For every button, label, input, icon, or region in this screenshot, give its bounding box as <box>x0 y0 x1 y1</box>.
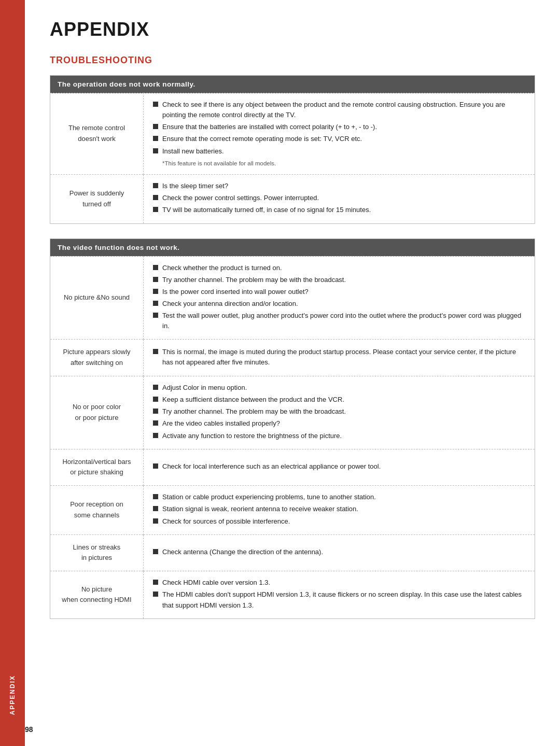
bullet-item: Activate any function to restore the bri… <box>153 431 525 441</box>
bullet-text: Adjust Color in menu option. <box>162 383 247 393</box>
bullet-item: The HDMI cables don't support HDMI versi… <box>153 589 525 610</box>
bullet-item: Check for sources of possible interferen… <box>153 516 525 527</box>
bullet-text: Station or cable product experiencing pr… <box>162 492 376 502</box>
table-row-desc-5: Check antenna (Change the direction of t… <box>144 534 535 571</box>
table-row-desc-2: Adjust Color in menu option.Keep a suffi… <box>144 376 535 449</box>
bullet-icon <box>153 195 158 200</box>
table-row-desc-6: Check HDMI cable over version 1.3.The HD… <box>144 571 535 618</box>
bullet-text: Ensure that the batteries are installed … <box>162 122 377 132</box>
bullet-item: Test the wall power outlet, plug another… <box>153 311 525 331</box>
bullet-text: Are the video cables installed properly? <box>162 418 280 429</box>
bullet-item: Station signal is weak, reorient antenna… <box>153 504 525 514</box>
table-row-desc-0: Check whether the product is turned on.T… <box>144 256 535 340</box>
table-row-label-2: No or poor color or poor picture <box>50 376 144 449</box>
bullet-text: Try another channel. The problem may be … <box>162 275 346 285</box>
table-row-desc-0: Check to see if there is any object betw… <box>144 93 535 175</box>
bullet-item: Is the sleep timer set? <box>153 181 525 191</box>
bullet-text: Activate any function to restore the bri… <box>162 431 342 441</box>
bullet-text: Is the sleep timer set? <box>162 181 228 191</box>
bullet-text: Test the wall power outlet, plug another… <box>162 311 525 331</box>
bullet-icon <box>153 506 158 511</box>
sidebar-label: APPENDIX <box>9 675 16 715</box>
bullet-item: Is the power cord inserted into wall pow… <box>153 287 525 297</box>
bullet-icon <box>153 277 158 282</box>
bullet-text: Check antenna (Change the direction of t… <box>162 547 323 557</box>
table-row-label-1: Power is suddenly turned off <box>50 175 144 223</box>
section-title: TROUBLESHOOTING <box>50 55 535 66</box>
bullet-icon <box>153 420 158 426</box>
bullet-icon <box>153 349 158 354</box>
table-row-desc-3: Check for local interference such as an … <box>144 449 535 486</box>
bullet-text: The HDMI cables don't support HDMI versi… <box>162 589 525 610</box>
bullet-item: Check your antenna direction and/or loca… <box>153 299 525 309</box>
page-number: 98 <box>25 725 33 734</box>
page-title: APPENDIX <box>50 19 535 40</box>
bullet-icon <box>153 494 158 499</box>
bullet-item: Adjust Color in menu option. <box>153 383 525 393</box>
bullet-icon <box>153 580 158 585</box>
bullet-text: Try another channel. The problem may be … <box>162 406 346 417</box>
table-row-desc-1: This is normal, the image is muted durin… <box>144 340 535 376</box>
bullet-text: Is the power cord inserted into wall pow… <box>162 287 309 297</box>
bullet-icon <box>153 102 158 107</box>
bullet-icon <box>153 289 158 294</box>
bullet-icon <box>153 518 158 524</box>
bullet-icon <box>153 148 158 153</box>
bullet-item: Check to see if there is any object betw… <box>153 100 525 120</box>
table-row-desc-1: Is the sleep timer set?Check the power c… <box>144 175 535 223</box>
table-row-label-4: Poor reception on some channels <box>50 486 144 534</box>
bullet-text: Check the power control settings. Power … <box>162 193 319 203</box>
bullet-text: Check to see if there is any object betw… <box>162 100 525 120</box>
bullet-text: Check for local interference such as an … <box>162 461 381 472</box>
bullet-item: Station or cable product experiencing pr… <box>153 492 525 502</box>
bullet-icon <box>153 433 158 438</box>
main-content: APPENDIX TROUBLESHOOTING The operation d… <box>25 0 560 746</box>
table-row-label-0: The remote control doesn't work <box>50 93 144 175</box>
bullet-icon <box>153 124 158 129</box>
bullet-item: Check for local interference such as an … <box>153 461 525 472</box>
bullet-icon <box>153 183 158 188</box>
bullet-text: Station signal is weak, reorient antenna… <box>162 504 358 514</box>
bullet-text: Check HDMI cable over version 1.3. <box>162 578 270 588</box>
bullet-text: Install new batteries. <box>162 146 224 157</box>
video-table-header: The video function does not work. <box>50 238 535 256</box>
bullet-text: TV will be automatically turned off, in … <box>162 205 371 215</box>
bullet-icon <box>153 385 158 390</box>
bullet-item: Check whether the product is turned on. <box>153 263 525 273</box>
bullet-item: Check the power control settings. Power … <box>153 193 525 203</box>
bullet-text: Keep a sufficient distance between the p… <box>162 395 344 405</box>
bullet-item: Install new batteries. <box>153 146 525 157</box>
bullet-item: Try another channel. The problem may be … <box>153 406 525 417</box>
bullet-icon <box>153 265 158 270</box>
table-row-label-3: Horizontal/vertical bars or picture shak… <box>50 449 144 486</box>
bullet-icon <box>153 397 158 402</box>
bullet-text: Check your antenna direction and/or loca… <box>162 299 298 309</box>
video-table: The video function does not work. No pic… <box>50 238 535 619</box>
table-row-label-0: No picture &No sound <box>50 256 144 340</box>
bullet-icon <box>153 313 158 318</box>
note-text: *This feature is not available for all m… <box>162 159 525 168</box>
bullet-icon <box>153 136 158 141</box>
table-row-desc-4: Station or cable product experiencing pr… <box>144 486 535 534</box>
operation-table: The operation does not work normally. Th… <box>50 75 535 224</box>
bullet-item: Check antenna (Change the direction of t… <box>153 547 525 557</box>
table-row-label-1: Picture appears slowly after switching o… <box>50 340 144 376</box>
bullet-icon <box>153 549 158 554</box>
bullet-icon <box>153 207 158 212</box>
bullet-text: Check for sources of possible interferen… <box>162 516 290 527</box>
bullet-icon <box>153 463 158 469</box>
bullet-item: TV will be automatically turned off, in … <box>153 205 525 215</box>
bullet-item: This is normal, the image is muted durin… <box>153 347 525 368</box>
bullet-text: This is normal, the image is muted durin… <box>162 347 525 368</box>
table-row-label-5: Lines or streaks in pictures <box>50 534 144 571</box>
bullet-item: Keep a sufficient distance between the p… <box>153 395 525 405</box>
bullet-icon <box>153 592 158 597</box>
sidebar-strip: APPENDIX <box>0 0 25 746</box>
bullet-text: Check whether the product is turned on. <box>162 263 282 273</box>
bullet-icon <box>153 301 158 306</box>
table-row-label-6: No picture when connecting HDMI <box>50 571 144 618</box>
bullet-item: Are the video cables installed properly? <box>153 418 525 429</box>
bullet-icon <box>153 409 158 414</box>
bullet-item: Check HDMI cable over version 1.3. <box>153 578 525 588</box>
bullet-item: Ensure that the batteries are installed … <box>153 122 525 132</box>
